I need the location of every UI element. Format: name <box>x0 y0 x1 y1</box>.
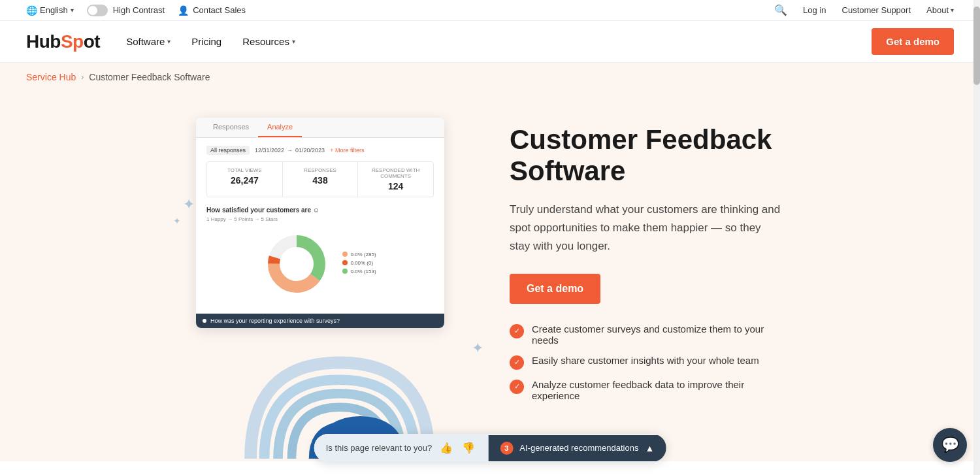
customer-support-link[interactable]: Customer Support <box>842 5 911 15</box>
hero-title-line2: Software <box>510 156 625 186</box>
more-filters[interactable]: + More filters <box>330 147 364 154</box>
software-nav-item[interactable]: Software ▾ <box>126 36 171 47</box>
bottom-feedback-bar: Is this page relevant to you? 👍 👎 3 AI-g… <box>314 434 666 462</box>
stat-responses-label: RESPONSES <box>289 167 351 173</box>
breadcrumb-separator: › <box>81 73 84 82</box>
thumbs-up-button[interactable]: 👍 <box>438 440 454 455</box>
mockup-filter-row: All responses 12/31/2022 → 01/20/2023 + … <box>206 146 434 155</box>
chevron-up-icon: ▲ <box>645 443 654 453</box>
stat-total-views-value: 26,247 <box>214 175 276 186</box>
donut-chart-area: 0.0% (285) 0.00% (0) 0.0% (153) <box>206 231 434 297</box>
stat-comments-label: RESPONDED WITH COMMENTS <box>365 167 427 179</box>
pricing-nav-item[interactable]: Pricing <box>191 36 221 47</box>
relevance-section: Is this page relevant to you? 👍 👎 <box>314 434 489 462</box>
sparkle-icon-1: ✦ <box>183 196 195 213</box>
mockup-tab-responses[interactable]: Responses <box>204 118 258 137</box>
search-button[interactable]: 🔍 <box>774 4 787 16</box>
thumbs-down-button[interactable]: 👎 <box>461 440 476 455</box>
dashboard-mockup: Responses Analyze All responses 12/31/20… <box>196 118 444 328</box>
software-chevron-icon: ▾ <box>167 38 171 45</box>
hero-subtitle: Truly understand what your customers are… <box>510 201 784 255</box>
check-icon-1: ✓ <box>510 324 524 338</box>
mockup-chart-subtitle: 1 Happy → 5 Points → 5 Stars <box>206 216 434 222</box>
date-range: 12/31/2022 → 01/20/2023 <box>255 147 325 154</box>
toggle-switch[interactable] <box>87 5 108 16</box>
date-sep: → <box>287 147 293 154</box>
ai-recommendations-section[interactable]: 3 AI-generated recommendations ▲ <box>488 435 666 461</box>
mockup-chart-title: How satisfied your customers are ☺ <box>206 206 434 214</box>
legend-dot-1 <box>342 252 348 257</box>
donut-chart-svg <box>264 231 329 297</box>
language-label: English <box>40 5 68 15</box>
lang-chevron-icon: ▾ <box>71 7 74 14</box>
legend-item-3: 0.0% (153) <box>342 269 376 274</box>
feature-text-2: Easily share customer insights with your… <box>532 355 759 366</box>
sparkle-icon-2: ✦ <box>173 216 181 226</box>
about-label: About <box>926 5 949 15</box>
svg-point-4 <box>282 250 311 278</box>
software-label: Software <box>126 36 165 47</box>
utility-bar-right: 🔍 Log in Customer Support About ▾ <box>774 4 954 16</box>
utility-bar-left: 🌐 English ▾ High Contrast 👤 Contact Sale… <box>26 5 246 16</box>
feature-text-1: Create customer surveys and customize th… <box>532 323 784 346</box>
language-selector[interactable]: 🌐 English ▾ <box>26 5 74 16</box>
breadcrumb: Service Hub › Customer Feedback Software <box>0 63 980 91</box>
high-contrast-label: High Contrast <box>113 5 165 15</box>
nav-left: HubSpot Software ▾ Pricing Resources ▾ <box>26 31 295 52</box>
resources-label: Resources <box>242 36 289 47</box>
mockup-tabs: Responses Analyze <box>196 118 444 138</box>
get-demo-button-nav[interactable]: Get a demo <box>872 28 954 55</box>
globe-icon: 🌐 <box>26 5 37 16</box>
get-demo-button-hero[interactable]: Get a demo <box>510 274 600 304</box>
resources-nav-item[interactable]: Resources ▾ <box>242 36 295 47</box>
sparkle-icon-3: ✦ <box>472 340 483 357</box>
chat-button[interactable]: 💬 <box>933 428 967 462</box>
about-chevron-icon: ▾ <box>951 7 954 14</box>
feature-text-3: Analyze customer feedback data to improv… <box>532 379 784 401</box>
feature-item-2: ✓ Easily share customer insights with yo… <box>510 355 784 370</box>
stat-responses: RESPONSES 438 <box>283 162 359 197</box>
breadcrumb-current: Customer Feedback Software <box>89 72 210 82</box>
main-nav: HubSpot Software ▾ Pricing Resources ▾ G… <box>0 21 980 63</box>
mockup-body: All responses 12/31/2022 → 01/20/2023 + … <box>196 138 444 314</box>
ai-recs-badge: 3 <box>500 442 513 455</box>
hero-section: ✦ ✦ ✦ Responses Analyze All responses 12… <box>0 91 980 461</box>
feature-item-1: ✓ Create customer surveys and customize … <box>510 323 784 346</box>
scrollbar[interactable] <box>973 0 980 475</box>
login-link[interactable]: Log in <box>803 5 826 15</box>
mockup-tab-analyze[interactable]: Analyze <box>258 118 302 137</box>
feature-list: ✓ Create customer surveys and customize … <box>510 323 784 401</box>
contact-sales-link[interactable]: 👤 Contact Sales <box>178 5 246 16</box>
toggle-thumb <box>88 6 97 15</box>
chat-icon: 💬 <box>941 436 959 453</box>
stat-comments-value: 124 <box>365 181 427 191</box>
person-icon: 👤 <box>178 5 189 16</box>
check-icon-2: ✓ <box>510 355 524 370</box>
mockup-stats: TOTAL VIEWS 26,247 RESPONSES 438 RESPOND… <box>206 161 434 197</box>
hero-left: ✦ ✦ ✦ Responses Analyze All responses 12… <box>196 111 470 461</box>
date-from: 12/31/2022 <box>255 147 284 154</box>
hero-title-line1: Customer Feedback <box>510 124 772 155</box>
contact-sales-label: Contact Sales <box>193 5 246 15</box>
stat-total-views-label: TOTAL VIEWS <box>214 167 276 173</box>
filter-label: All responses <box>206 146 250 155</box>
stat-with-comments: RESPONDED WITH COMMENTS 124 <box>358 162 433 197</box>
ai-recs-label: AI-generated recommendations <box>519 443 638 453</box>
date-to: 01/20/2023 <box>295 147 325 154</box>
stat-total-views: TOTAL VIEWS 26,247 <box>207 162 283 197</box>
hero-right: Customer Feedback Software Truly underst… <box>510 111 784 401</box>
about-link[interactable]: About ▾ <box>926 5 954 15</box>
legend-label-3: 0.0% (153) <box>350 269 376 274</box>
donut-legend: 0.0% (285) 0.00% (0) 0.0% (153) <box>342 252 376 277</box>
legend-dot-2 <box>342 260 348 265</box>
high-contrast-toggle[interactable]: High Contrast <box>87 5 165 16</box>
breadcrumb-service-hub[interactable]: Service Hub <box>26 72 76 82</box>
scrollbar-thumb[interactable] <box>973 7 980 85</box>
utility-bar: 🌐 English ▾ High Contrast 👤 Contact Sale… <box>0 0 980 21</box>
nav-items: Software ▾ Pricing Resources ▾ <box>126 36 295 47</box>
relevance-question: Is this page relevant to you? <box>326 443 433 453</box>
legend-item-2: 0.00% (0) <box>342 260 376 266</box>
logo[interactable]: HubSpot <box>26 31 100 52</box>
legend-label-2: 0.00% (0) <box>350 260 373 266</box>
stat-responses-value: 438 <box>289 175 351 186</box>
